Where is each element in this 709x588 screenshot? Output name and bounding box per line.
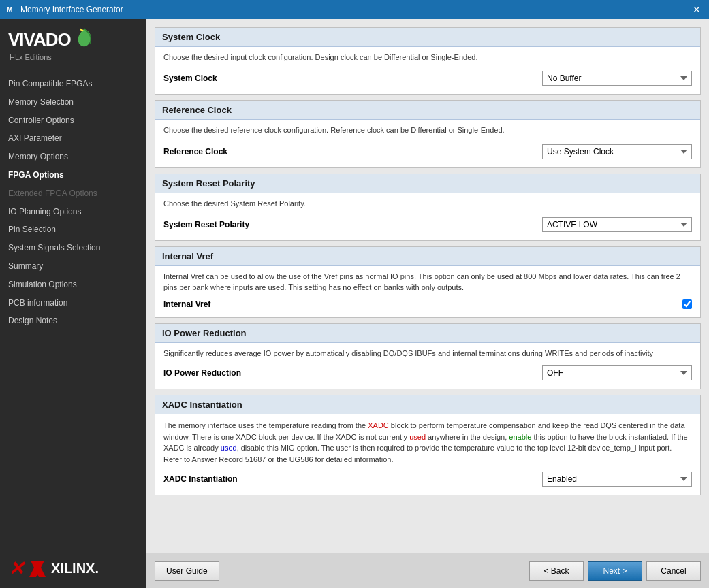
internal-vref-section: Internal Vref Internal Vref can be used … (155, 246, 701, 318)
sidebar-item-pcb-information[interactable]: PCB information (0, 294, 146, 312)
system-clock-desc: Choose the desired input clock configura… (163, 52, 692, 63)
app-icon: M (5, 4, 16, 15)
sidebar-item-extended-fpga-options: Extended FPGA Options (0, 184, 146, 203)
xilinx-icon (28, 559, 47, 578)
sidebar-item-simulation-options[interactable]: Simulation Options (0, 276, 146, 294)
io-power-reduction-header: IO Power Reduction (155, 324, 700, 343)
vivado-text: VIVADO (8, 29, 71, 50)
io-power-reduction-desc: Significantly reduces average IO power b… (163, 348, 692, 359)
system-reset-polarity-label: System Reset Polarity (163, 220, 249, 229)
reference-clock-section: Reference Clock Choose the desired refer… (155, 100, 701, 167)
xilinx-text: XILINX. (51, 561, 99, 576)
io-power-reduction-label: IO Power Reduction (163, 368, 241, 378)
xadc-instantiation-header: XADC Instantiation (155, 395, 700, 414)
back-button[interactable]: < Back (529, 561, 584, 581)
system-clock-label: System Clock (163, 74, 217, 83)
xilinx-logo: ✕ XILINX. (0, 549, 146, 588)
sidebar-item-system-signals-selection[interactable]: System Signals Selection (0, 239, 146, 257)
system-clock-header: System Clock (155, 28, 700, 47)
internal-vref-label: Internal Vref (163, 299, 210, 309)
reference-clock-label: Reference Clock (163, 147, 227, 157)
reference-clock-header: Reference Clock (155, 101, 700, 120)
xadc-instantiation-select[interactable]: Enabled Disabled (542, 472, 692, 487)
sidebar-item-pin-compatible[interactable]: Pin Compatible FPGAs (0, 75, 146, 93)
xadc-text-blue: used (221, 444, 237, 452)
sidebar-item-io-planning-options[interactable]: IO Planning Options (0, 203, 146, 221)
xadc-text-red1: XADC (368, 421, 389, 429)
user-guide-button[interactable]: User Guide (155, 561, 219, 581)
close-button[interactable]: ✕ (690, 3, 704, 16)
hlx-text: HLx Editions (8, 53, 138, 61)
system-reset-polarity-desc: Choose the desired System Reset Polarity… (163, 199, 692, 209)
sidebar-logo: VIVADO HLx Editions (0, 19, 146, 69)
internal-vref-desc: Internal Vref can be used to allow the u… (163, 272, 692, 293)
sidebar-item-pin-selection[interactable]: Pin Selection (0, 220, 146, 239)
io-power-reduction-select[interactable]: OFF ON (542, 365, 692, 380)
xadc-instantiation-section: XADC Instantiation The memory interface … (155, 395, 701, 495)
system-reset-polarity-section: System Reset Polarity Choose the desired… (155, 174, 701, 241)
next-button[interactable]: Next > (588, 561, 642, 581)
sidebar-item-summary[interactable]: Summary (0, 257, 146, 276)
sidebar: VIVADO HLx Editions Pin Compatible FPGAs… (0, 19, 146, 588)
system-reset-polarity-field-row: System Reset Polarity ACTIVE LOW ACTIVE … (163, 214, 692, 235)
io-power-reduction-section: IO Power Reduction Significantly reduces… (155, 323, 701, 389)
bottom-bar: User Guide < Back Next > Cancel (146, 553, 709, 588)
title-bar-title: Memory Interface Generator (20, 5, 123, 14)
svg-text:M: M (7, 6, 12, 14)
xadc-text-green: enable (509, 433, 531, 441)
xadc-instantiation-field-row: XADC Instantiation Enabled Disabled (163, 469, 692, 489)
reference-clock-desc: Choose the desired reference clock confi… (163, 125, 692, 135)
internal-vref-field-row: Internal Vref (163, 297, 692, 312)
system-clock-field-row: System Clock No Buffer Differential Sing… (163, 68, 692, 88)
sidebar-item-memory-selection[interactable]: Memory Selection (0, 93, 146, 112)
reset-polarity-select[interactable]: ACTIVE LOW ACTIVE HIGH (542, 217, 692, 232)
xadc-instantiation-desc: The memory interface uses the temperatur… (163, 420, 692, 465)
xadc-text-red2: used (409, 433, 426, 441)
content-area: System Clock Choose the desired input cl… (146, 19, 709, 588)
title-bar: M Memory Interface Generator ✕ (0, 0, 709, 19)
sidebar-item-design-notes[interactable]: Design Notes (0, 312, 146, 330)
xilinx-x-icon: ✕ (8, 557, 24, 580)
cancel-button[interactable]: Cancel (646, 561, 701, 581)
xadc-instantiation-label: XADC Instantiation (163, 474, 238, 484)
sidebar-item-memory-options[interactable]: Memory Options (0, 148, 146, 166)
sidebar-nav: Pin Compatible FPGAs Memory Selection Co… (0, 69, 146, 549)
internal-vref-header: Internal Vref (155, 247, 700, 266)
sidebar-item-controller-options[interactable]: Controller Options (0, 112, 146, 130)
internal-vref-checkbox[interactable] (682, 299, 692, 309)
reference-clock-select[interactable]: Use System Clock Differential Single-End… (542, 144, 692, 159)
system-reset-polarity-header: System Reset Polarity (155, 174, 700, 193)
system-clock-select[interactable]: No Buffer Differential Single-Ended (542, 71, 692, 86)
io-power-reduction-field-row: IO Power Reduction OFF ON (163, 363, 692, 383)
system-clock-section: System Clock Choose the desired input cl… (155, 27, 701, 95)
content-scroll: System Clock Choose the desired input cl… (146, 19, 709, 553)
vivado-leaf-icon (74, 27, 95, 52)
sidebar-item-axi-parameter[interactable]: AXI Parameter (0, 129, 146, 148)
sidebar-item-fpga-options[interactable]: FPGA Options (0, 166, 146, 184)
reference-clock-field-row: Reference Clock Use System Clock Differe… (163, 142, 692, 162)
